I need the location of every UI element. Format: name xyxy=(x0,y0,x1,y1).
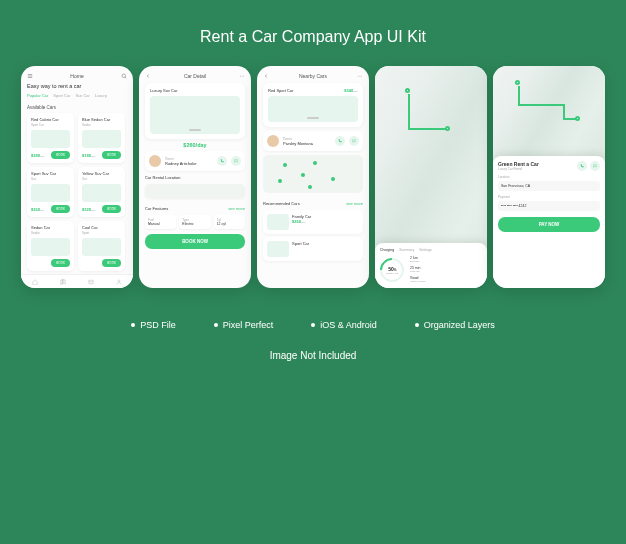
sheet-tabs[interactable]: Charging Summary Settings xyxy=(380,248,482,252)
route-line xyxy=(408,94,410,128)
car-image xyxy=(267,241,289,257)
more-icon[interactable] xyxy=(357,73,363,79)
chat-button[interactable] xyxy=(349,136,359,146)
book-button[interactable]: BOOK xyxy=(102,259,121,267)
pay-button[interactable]: PAY NOW xyxy=(498,217,600,232)
screen-nearby: Nearby Cars Red Sport Car $340/day Owner… xyxy=(257,66,369,288)
car-image xyxy=(31,238,70,256)
top-car-card[interactable]: Red Sport Car $340/day xyxy=(263,83,363,127)
car-subtitle: Sedan xyxy=(82,123,121,127)
owner-name: Rodney Artichoke xyxy=(165,161,213,166)
book-button[interactable]: BOOK xyxy=(102,151,121,159)
car-card[interactable]: Red Cabrio Car Sport Car $280/dayBOOK xyxy=(27,113,74,163)
call-button[interactable] xyxy=(577,161,587,171)
car-name: Sport Suv Car xyxy=(31,171,70,176)
back-icon[interactable] xyxy=(263,73,269,79)
book-button[interactable]: BOOK xyxy=(51,259,70,267)
tab-charging[interactable]: Charging xyxy=(380,248,394,252)
car-card[interactable]: Yellow Suv Car Suv $320/dayBOOK xyxy=(78,167,125,217)
car-subtitle: Suv xyxy=(82,177,121,181)
car-image xyxy=(31,184,70,202)
see-more-link[interactable]: see more xyxy=(346,201,363,206)
menu-icon[interactable] xyxy=(27,73,33,79)
back-icon[interactable] xyxy=(145,73,151,79)
payment-label: Payment xyxy=(498,195,600,199)
route-line xyxy=(518,104,563,106)
location-label: Location xyxy=(498,175,600,179)
car-name: Sedan Car xyxy=(31,225,70,230)
tab-settings[interactable]: Settings xyxy=(419,248,432,252)
car-subtitle: Suv xyxy=(31,177,70,181)
owner-card[interactable]: Owner Rodney Artichoke xyxy=(145,151,245,171)
chat-button[interactable] xyxy=(231,156,241,166)
tab-summary[interactable]: Summary xyxy=(399,248,414,252)
feature-item: iOS & Android xyxy=(311,320,377,330)
car-name: Luxury Suv Car xyxy=(150,88,240,93)
location-map[interactable] xyxy=(145,184,245,198)
tab-suv[interactable]: Suv Car xyxy=(75,93,89,98)
svg-point-8 xyxy=(361,76,362,77)
features-title: Car Features xyxy=(145,206,168,211)
book-button[interactable]: BOOK xyxy=(51,151,70,159)
hero-card: Luxury Suv Car xyxy=(145,83,245,139)
book-button[interactable]: BOOK xyxy=(51,205,70,213)
section-title: Available Cars xyxy=(21,102,133,113)
rec-card[interactable]: Family Car$260/day xyxy=(263,210,363,234)
car-name: Red Cabrio Car xyxy=(31,117,70,122)
nav-home-icon[interactable] xyxy=(32,279,38,285)
price: $260/day xyxy=(139,139,251,151)
bottom-sheet: Charging Summary Settings 50% Battery le… xyxy=(375,243,487,288)
car-name: Red Sport Car xyxy=(268,88,294,93)
map-pin-start[interactable] xyxy=(405,88,410,93)
car-image xyxy=(82,238,121,256)
car-image xyxy=(267,214,289,230)
rec-card[interactable]: Sport Car xyxy=(263,237,363,261)
location-field[interactable]: San Francisco, CA xyxy=(498,181,600,191)
mini-map[interactable] xyxy=(263,155,363,193)
car-image xyxy=(150,96,240,134)
car-card[interactable]: Sport Suv Car Suv $260/dayBOOK xyxy=(27,167,74,217)
nav-user-icon[interactable] xyxy=(116,279,122,285)
screen-title: Nearby Cars xyxy=(299,73,327,79)
search-icon[interactable] xyxy=(121,73,127,79)
see-more-link[interactable]: see more xyxy=(228,206,245,211)
feature-card: Cyl12 cyl xyxy=(214,215,245,229)
map-background[interactable] xyxy=(493,66,605,161)
feature-item: PSD File xyxy=(131,320,176,330)
car-image xyxy=(31,130,70,148)
call-button[interactable] xyxy=(335,136,345,146)
more-icon[interactable] xyxy=(239,73,245,79)
book-button[interactable]: BOOK NOW xyxy=(145,234,245,249)
route-line xyxy=(563,104,565,118)
feature-item: Organized Layers xyxy=(415,320,495,330)
tab-luxury[interactable]: Luxury xyxy=(95,93,107,98)
car-card[interactable]: Sedan Car Sedan BOOK xyxy=(27,221,74,271)
company-subtitle: Luxury Car Rental xyxy=(498,167,539,171)
svg-point-0 xyxy=(122,74,126,78)
car-card[interactable]: Blue Sedan Car Sedan $180/dayBOOK xyxy=(78,113,125,163)
nav-mail-icon[interactable] xyxy=(88,279,94,285)
car-name: Sport Car xyxy=(292,241,359,246)
book-button[interactable]: BOOK xyxy=(102,205,121,213)
car-subtitle: Sport Car xyxy=(31,123,70,127)
price: $280/day xyxy=(31,153,45,158)
screen-payment: Green Rent a Car Luxury Car Rental Locat… xyxy=(493,66,605,288)
call-button[interactable] xyxy=(217,156,227,166)
screen-home: Home Easy way to rent a car Popular Car … xyxy=(21,66,133,288)
chat-button[interactable] xyxy=(590,161,600,171)
bottom-nav xyxy=(21,274,133,288)
stat-item: 2 kmDistance xyxy=(410,256,426,263)
tab-popular[interactable]: Popular Car xyxy=(27,93,48,98)
phone-row: Home Easy way to rent a car Popular Car … xyxy=(0,66,626,288)
car-card[interactable]: Cool Car Sport BOOK xyxy=(78,221,125,271)
map-pin-start[interactable] xyxy=(515,80,520,85)
tab-sport[interactable]: Sport Car xyxy=(53,93,70,98)
kit-title: Rent a Car Company App UI Kit xyxy=(0,0,626,66)
screen-charging-map: Charging Summary Settings 50% Battery le… xyxy=(375,66,487,288)
payment-field[interactable]: •••• •••• •••• 4242 xyxy=(498,201,600,211)
category-tabs[interactable]: Popular Car Sport Car Suv Car Luxury xyxy=(21,89,133,102)
route-line xyxy=(518,86,520,104)
owner-card[interactable]: Owner Parsley Montana xyxy=(263,131,363,151)
rec-title: Recommended Cars xyxy=(263,201,300,206)
nav-map-icon[interactable] xyxy=(60,279,66,285)
